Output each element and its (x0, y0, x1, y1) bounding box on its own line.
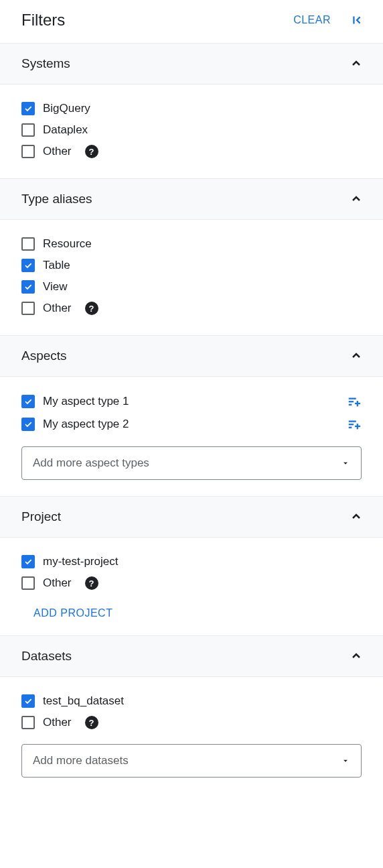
svg-rect-4 (355, 403, 360, 404)
dropdown-placeholder: Add more aspect types (33, 456, 149, 470)
datasets-dropdown[interactable]: Add more datasets (21, 744, 362, 778)
checkbox-row-type-other: Other ? (21, 298, 362, 319)
checkbox-row-table: Table (21, 255, 362, 276)
type-aliases-title: Type aliases (21, 192, 92, 206)
add-filter-icon[interactable] (347, 394, 362, 409)
svg-rect-0 (349, 398, 356, 399)
datasets-section-body: test_bq_dataset Other ? Add more dataset… (0, 677, 383, 794)
checkbox-row-dataplex: Dataplex (21, 119, 362, 141)
checkbox-row-aspect-1: My aspect type 1 (21, 390, 362, 413)
checkbox-systems-other[interactable] (21, 145, 35, 158)
collapse-panel-icon[interactable] (350, 13, 364, 27)
checkbox-dataplex[interactable] (21, 123, 35, 137)
checkbox-label: Resource (43, 237, 362, 251)
header-actions: CLEAR (293, 13, 364, 27)
aspects-dropdown[interactable]: Add more aspect types (21, 446, 362, 480)
checkbox-row-systems-other: Other ? (21, 141, 362, 162)
checkbox-test-bq-dataset[interactable] (21, 694, 35, 708)
svg-rect-1 (349, 401, 354, 402)
dropdown-arrow-icon (341, 458, 350, 468)
checkbox-resource[interactable] (21, 237, 35, 251)
systems-section-header[interactable]: Systems (0, 43, 383, 84)
checkbox-label: my-test-project (43, 555, 362, 568)
checkbox-row-aspect-2: My aspect type 2 (21, 413, 362, 436)
svg-rect-9 (355, 426, 360, 427)
svg-rect-6 (349, 424, 354, 425)
datasets-section-header[interactable]: Datasets (0, 635, 383, 677)
checkbox-label: My aspect type 2 (43, 418, 339, 431)
checkbox-label: Dataplex (43, 123, 362, 137)
checkbox-label: Other (43, 145, 72, 158)
checkbox-label: Other (43, 302, 72, 315)
help-icon[interactable]: ? (85, 716, 98, 729)
chevron-up-icon (348, 348, 364, 364)
aspects-section-header[interactable]: Aspects (0, 335, 383, 377)
checkbox-label: test_bq_dataset (43, 694, 362, 708)
checkbox-label: Other (43, 576, 72, 590)
filters-header: Filters CLEAR (0, 0, 383, 43)
dropdown-arrow-icon (341, 756, 350, 765)
svg-rect-5 (349, 421, 356, 422)
chevron-up-icon (348, 56, 364, 72)
svg-rect-7 (349, 427, 352, 428)
checkbox-table[interactable] (21, 259, 35, 272)
aspects-section-body: My aspect type 1 My aspect type 2 (0, 377, 383, 496)
chevron-up-icon (348, 648, 364, 664)
checkbox-type-other[interactable] (21, 302, 35, 315)
add-project-button[interactable]: ADD PROJECT (33, 607, 112, 619)
type-aliases-section-header[interactable]: Type aliases (0, 178, 383, 220)
help-icon[interactable]: ? (85, 145, 98, 158)
checkbox-view[interactable] (21, 280, 35, 294)
checkbox-row-resource: Resource (21, 233, 362, 255)
datasets-title: Datasets (21, 649, 72, 664)
dropdown-placeholder: Add more datasets (33, 754, 129, 767)
checkbox-aspect-1[interactable] (21, 395, 35, 408)
type-aliases-section-body: Resource Table View Other ? (0, 220, 383, 335)
checkbox-row-project-other: Other ? (21, 572, 362, 594)
project-title: Project (21, 509, 61, 524)
checkbox-label: Other (43, 716, 72, 729)
help-icon[interactable]: ? (85, 576, 98, 590)
project-section-header[interactable]: Project (0, 496, 383, 538)
checkbox-row-view: View (21, 276, 362, 298)
checkbox-project-other[interactable] (21, 576, 35, 590)
systems-title: Systems (21, 56, 70, 71)
systems-section-body: BigQuery Dataplex Other ? (0, 84, 383, 178)
checkbox-label: My aspect type 1 (43, 395, 339, 408)
project-section-body: my-test-project Other ? ADD PROJECT (0, 538, 383, 635)
chevron-up-icon (348, 191, 364, 207)
add-filter-icon[interactable] (347, 417, 362, 432)
checkbox-label: View (43, 280, 362, 294)
checkbox-row-datasets-other: Other ? (21, 712, 362, 733)
clear-button[interactable]: CLEAR (293, 14, 331, 26)
checkbox-row-my-test-project: my-test-project (21, 551, 362, 572)
checkbox-label: Table (43, 259, 362, 272)
checkbox-bigquery[interactable] (21, 102, 35, 115)
checkbox-row-test-bq-dataset: test_bq_dataset (21, 690, 362, 712)
checkbox-label: BigQuery (43, 102, 362, 115)
checkbox-my-test-project[interactable] (21, 555, 35, 568)
checkbox-aspect-2[interactable] (21, 418, 35, 431)
filters-title: Filters (21, 11, 65, 29)
svg-rect-2 (349, 404, 352, 406)
checkbox-row-bigquery: BigQuery (21, 98, 362, 119)
chevron-up-icon (348, 509, 364, 525)
help-icon[interactable]: ? (85, 302, 98, 315)
aspects-title: Aspects (21, 349, 67, 363)
checkbox-datasets-other[interactable] (21, 716, 35, 729)
